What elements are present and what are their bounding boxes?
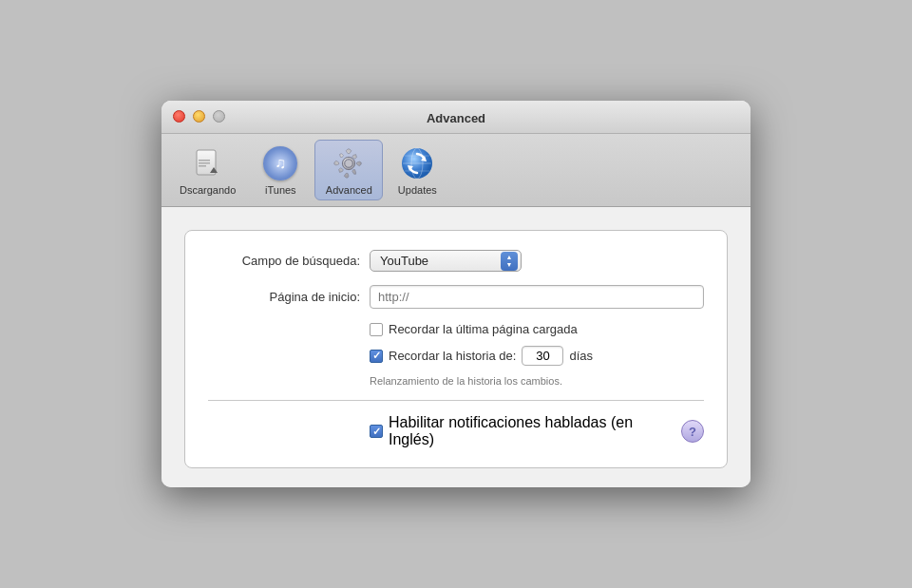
checkbox2[interactable] [370, 350, 383, 363]
main-window: Advanced [162, 101, 750, 487]
notification-checkbox[interactable] [370, 425, 383, 438]
download-icon [189, 144, 227, 182]
campo-select-wrapper: YouTube [370, 250, 522, 272]
pagina-input[interactable] [370, 285, 704, 309]
pagina-label: Página de inicio: [208, 290, 360, 304]
toolbar-item-advanced[interactable]: Advanced [314, 140, 383, 200]
checkbox2-text: Recordar la historia de: [389, 349, 516, 363]
title-bar: Advanced [162, 101, 750, 134]
form-section: Campo de búsqueda: YouTube Página de ini… [184, 230, 728, 468]
campo-select[interactable]: YouTube [370, 250, 522, 272]
checkbox1-label[interactable]: Recordar la última página cargada [370, 322, 578, 336]
svg-rect-1 [199, 160, 210, 161]
content-area: Campo de búsqueda: YouTube Página de ini… [162, 207, 750, 487]
svg-rect-3 [199, 165, 206, 167]
history-row: Recordar la historia de: días [389, 346, 593, 366]
toolbar-label-dscargando: Dscargando [180, 184, 236, 196]
svg-point-5 [345, 160, 353, 168]
hint-text: Relanzamiento de la historia los cambios… [208, 375, 704, 387]
checkbox2-row: Recordar la historia de: días [208, 346, 704, 366]
toolbar-item-updates[interactable]: Updates [383, 140, 451, 200]
checkbox2-label[interactable]: Recordar la historia de: días [370, 346, 593, 366]
days-input[interactable] [522, 346, 563, 366]
notification-label[interactable]: Habilitar notificaciones habladas (en In… [370, 414, 681, 448]
divider [208, 400, 704, 401]
help-button[interactable]: ? [681, 420, 704, 443]
toolbar-label-advanced: Advanced [326, 184, 372, 196]
checkbox1-row: Recordar la última página cargada [208, 322, 704, 336]
campo-label: Campo de búsqueda: [208, 254, 360, 268]
toolbar-item-itunes[interactable]: iTunes [246, 140, 314, 200]
pagina-row: Página de inicio: [208, 285, 704, 309]
bottom-row: Habilitar notificaciones habladas (en In… [208, 414, 704, 448]
checkbox1-text: Recordar la última página cargada [389, 322, 578, 336]
campo-row: Campo de búsqueda: YouTube [208, 250, 704, 272]
checkbox1[interactable] [370, 323, 383, 336]
toolbar-label-itunes: iTunes [265, 184, 296, 196]
updates-icon [398, 144, 436, 182]
toolbar: Dscargando iTunes [162, 134, 750, 207]
gear-icon [330, 144, 368, 182]
svg-rect-2 [199, 162, 210, 164]
window-title: Advanced [173, 111, 739, 125]
notification-text: Habilitar notificaciones habladas (en In… [389, 414, 681, 448]
toolbar-label-updates: Updates [398, 184, 437, 196]
days-suffix: días [569, 349, 593, 363]
toolbar-item-dscargando[interactable]: Dscargando [169, 140, 246, 200]
itunes-icon [261, 144, 299, 182]
